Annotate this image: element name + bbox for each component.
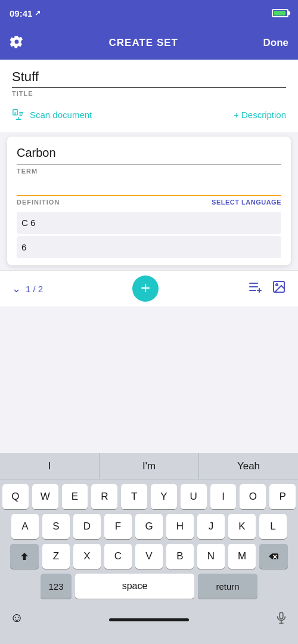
definition-label: DEFINITION (17, 199, 60, 206)
status-time: 09:41 ↗ (10, 8, 41, 18)
image-icon[interactable] (272, 280, 286, 298)
scan-document-button[interactable]: Scan document (12, 108, 92, 121)
key-e[interactable]: E (62, 484, 88, 509)
home-indicator (109, 618, 189, 621)
app-header: CREATE SET Done (0, 26, 298, 60)
key-s[interactable]: S (42, 514, 70, 539)
key-a[interactable]: A (11, 514, 39, 539)
key-c[interactable]: C (104, 544, 132, 569)
key-g[interactable]: G (135, 514, 163, 539)
key-row-2: A S D F G H J K L (2, 514, 296, 539)
definition-underline (17, 195, 281, 196)
page-title: CREATE SET (109, 37, 178, 49)
suggestion-word-1[interactable]: I (0, 453, 99, 479)
term-underline (17, 165, 281, 165)
key-p[interactable]: P (269, 484, 296, 509)
shift-key[interactable] (10, 544, 39, 569)
key-m[interactable]: M (228, 544, 256, 569)
status-icons (272, 9, 288, 17)
status-bar: 09:41 ↗ (0, 0, 298, 26)
location-icon: ↗ (35, 9, 41, 17)
title-section: TITLE (12, 69, 286, 100)
keyboard-rows: Q W E R T Y U I O P A S D F G H J K L (0, 479, 298, 606)
suggestion-item-2[interactable]: 6 (17, 236, 281, 258)
term-input[interactable] (17, 146, 281, 160)
key-k[interactable]: K (228, 514, 256, 539)
suggestion-word-3[interactable]: Yeah (199, 453, 298, 479)
key-n[interactable]: N (197, 544, 225, 569)
add-card-button[interactable]: + (132, 275, 159, 302)
definition-input[interactable] (17, 182, 281, 193)
key-o[interactable]: O (240, 484, 266, 509)
term-label: TERM (17, 168, 281, 175)
key-row-3: Z X C V B N M (2, 544, 296, 569)
right-icons (248, 280, 286, 298)
svg-rect-10 (280, 612, 283, 619)
main-content: TITLE Scan document + Description (0, 60, 298, 132)
scan-document-label: Scan document (30, 110, 92, 120)
add-description-button[interactable]: + Description (234, 110, 286, 120)
keyboard: I I'm Yeah Q W E R T Y U I O P A S D F G… (0, 453, 298, 644)
key-w[interactable]: W (32, 484, 58, 509)
microphone-button[interactable] (269, 606, 293, 630)
bottom-toolbar: ⌄ 1 / 2 + (0, 270, 298, 306)
keyboard-bottom-row: ☺ (0, 606, 298, 632)
suggestion-item-1[interactable]: C 6 (17, 212, 281, 234)
list-add-icon[interactable] (248, 280, 262, 298)
suggestion-word-2[interactable]: I'm (99, 453, 199, 479)
numbers-key[interactable]: 123 (41, 574, 72, 599)
flashcard: TERM DEFINITION SELECT LANGUAGE C 6 6 (7, 137, 291, 265)
key-r[interactable]: R (91, 484, 117, 509)
page-counter: 1 / 2 (26, 284, 43, 294)
actions-row: Scan document + Description (12, 108, 286, 127)
key-v[interactable]: V (135, 544, 163, 569)
key-row-1: Q W E R T Y U I O P (2, 484, 296, 509)
key-f[interactable]: F (104, 514, 132, 539)
title-underline (12, 87, 286, 88)
key-x[interactable]: X (73, 544, 101, 569)
return-key[interactable]: return (198, 574, 257, 599)
title-label: TITLE (12, 90, 286, 97)
key-u[interactable]: U (181, 484, 207, 509)
key-z[interactable]: Z (42, 544, 70, 569)
key-d[interactable]: D (73, 514, 101, 539)
key-b[interactable]: B (166, 544, 194, 569)
key-l[interactable]: L (259, 514, 287, 539)
key-row-4: 123 space return (2, 574, 296, 599)
key-h[interactable]: H (166, 514, 194, 539)
keyboard-suggestions-bar: I I'm Yeah (0, 453, 298, 479)
done-button[interactable]: Done (263, 37, 288, 49)
key-q[interactable]: Q (2, 484, 29, 509)
emoji-button[interactable]: ☺ (5, 606, 29, 630)
key-j[interactable]: J (197, 514, 225, 539)
plus-icon: + (141, 280, 150, 296)
key-y[interactable]: Y (151, 484, 177, 509)
chevron-down-icon[interactable]: ⌄ (12, 282, 21, 295)
svg-point-7 (276, 284, 278, 286)
title-input[interactable] (12, 69, 286, 85)
space-key[interactable]: space (75, 574, 194, 599)
time-display: 09:41 (10, 8, 32, 18)
key-t[interactable]: T (121, 484, 147, 509)
battery-icon (272, 9, 288, 17)
settings-icon[interactable] (10, 35, 24, 51)
definition-row: DEFINITION SELECT LANGUAGE (17, 199, 281, 206)
definition-suggestions: C 6 6 (17, 212, 281, 261)
nav-left: ⌄ 1 / 2 (12, 282, 43, 295)
select-language-button[interactable]: SELECT LANGUAGE (212, 199, 281, 206)
key-i[interactable]: I (210, 484, 237, 509)
delete-key[interactable] (259, 544, 288, 569)
